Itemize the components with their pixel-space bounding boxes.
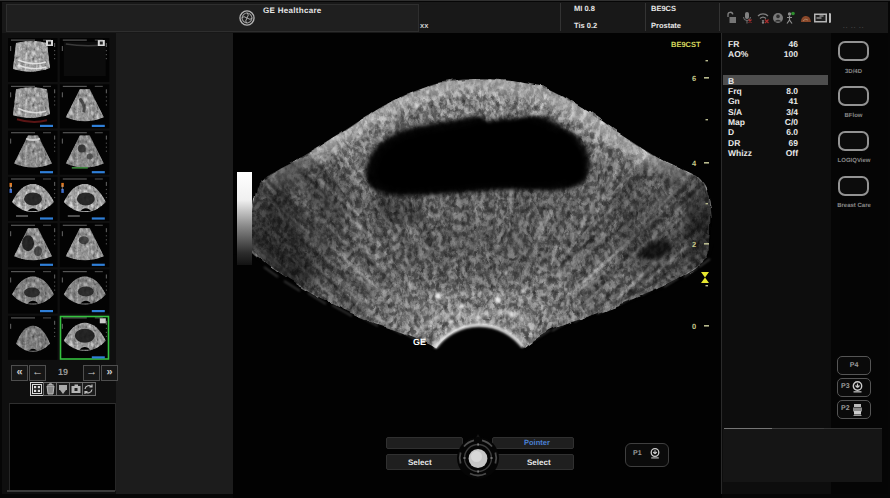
svg-text:4: 4 bbox=[692, 159, 697, 168]
svg-text:BE9CST: BE9CST bbox=[671, 40, 701, 49]
svg-text:GE: GE bbox=[413, 337, 426, 347]
svg-text:0: 0 bbox=[692, 322, 696, 331]
svg-text:2: 2 bbox=[692, 240, 696, 249]
svg-text:6: 6 bbox=[692, 74, 696, 83]
